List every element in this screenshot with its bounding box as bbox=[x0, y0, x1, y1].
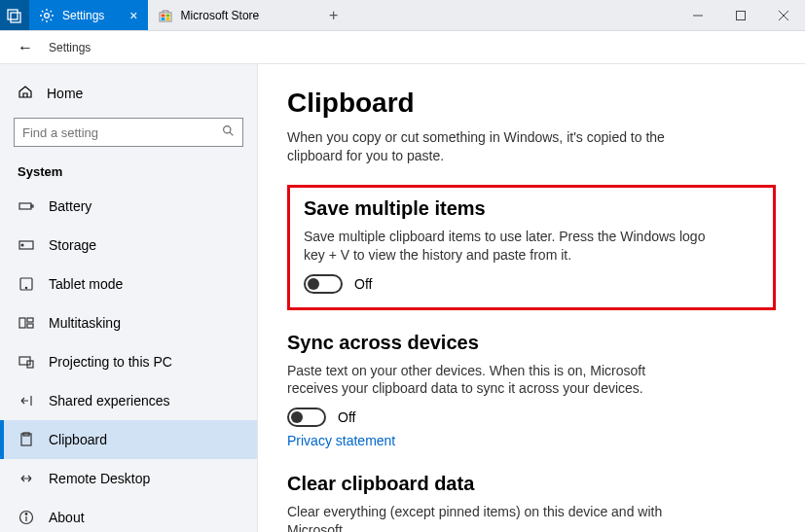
svg-rect-1 bbox=[11, 13, 20, 22]
sidebar-item-battery[interactable]: Battery bbox=[0, 187, 257, 226]
sidebar-item-label: Remote Desktop bbox=[49, 471, 150, 486]
svg-rect-9 bbox=[737, 11, 746, 19]
battery-icon bbox=[18, 197, 35, 215]
save-section-title: Save multiple items bbox=[304, 197, 713, 220]
page-intro: When you copy or cut something in Window… bbox=[287, 128, 696, 165]
sidebar-home[interactable]: Home bbox=[0, 78, 257, 108]
svg-rect-14 bbox=[19, 203, 31, 209]
search-icon bbox=[222, 124, 235, 140]
sidebar-home-label: Home bbox=[47, 86, 83, 101]
title-bar: Settings × Microsoft Store + bbox=[0, 0, 805, 31]
privacy-link[interactable]: Privacy statement bbox=[287, 433, 395, 448]
shared-icon bbox=[18, 392, 35, 409]
taskview-icon[interactable] bbox=[0, 0, 29, 30]
clipboard-icon bbox=[18, 431, 35, 448]
save-section-desc: Save multiple clipboard items to use lat… bbox=[304, 228, 713, 265]
sidebar-item-label: About bbox=[49, 510, 85, 525]
back-button[interactable]: ← bbox=[18, 39, 33, 56]
tab-microsoft-store[interactable]: Microsoft Store bbox=[148, 0, 318, 30]
about-icon bbox=[18, 509, 35, 526]
svg-rect-0 bbox=[8, 10, 18, 19]
gear-icon bbox=[39, 8, 55, 23]
search-input[interactable] bbox=[22, 125, 222, 140]
close-icon[interactable]: × bbox=[129, 9, 137, 22]
svg-rect-21 bbox=[27, 318, 33, 322]
sidebar-item-label: Clipboard bbox=[49, 432, 107, 447]
content-pane: Clipboard When you copy or cut something… bbox=[258, 64, 805, 532]
highlight-save-multiple: Save multiple items Save multiple clipbo… bbox=[287, 185, 776, 310]
svg-point-17 bbox=[21, 244, 23, 246]
sidebar-item-remote-desktop[interactable]: Remote Desktop bbox=[0, 459, 257, 498]
clear-section-desc: Clear everything (except pinned items) o… bbox=[287, 503, 696, 532]
search-box[interactable] bbox=[14, 118, 243, 147]
home-icon bbox=[18, 84, 33, 102]
sidebar-item-label: Storage bbox=[49, 237, 96, 253]
app-header: ← Settings bbox=[0, 31, 805, 64]
svg-point-19 bbox=[25, 287, 26, 288]
sidebar-item-shared-experiences[interactable]: Shared experiences bbox=[0, 381, 257, 420]
remote-desktop-icon bbox=[18, 470, 35, 487]
svg-rect-20 bbox=[19, 318, 25, 328]
tab-label: Microsoft Store bbox=[181, 9, 260, 22]
save-toggle-state: Off bbox=[354, 276, 372, 292]
svg-point-2 bbox=[45, 13, 50, 18]
sync-section-title: Sync across devices bbox=[287, 332, 696, 354]
sync-section-desc: Paste text on your other devices. When t… bbox=[287, 362, 696, 399]
svg-rect-22 bbox=[27, 324, 33, 328]
sidebar-item-clipboard[interactable]: Clipboard bbox=[0, 420, 257, 459]
svg-rect-6 bbox=[161, 18, 165, 20]
tab-label: Settings bbox=[62, 9, 104, 22]
tab-settings[interactable]: Settings × bbox=[29, 0, 148, 30]
app-title: Settings bbox=[49, 41, 91, 54]
sidebar-item-label: Projecting to this PC bbox=[49, 354, 172, 370]
tablet-icon bbox=[18, 275, 35, 293]
svg-point-29 bbox=[25, 514, 27, 515]
svg-rect-7 bbox=[165, 18, 169, 20]
close-window-button[interactable] bbox=[762, 0, 805, 30]
sync-toggle[interactable] bbox=[287, 408, 326, 427]
sidebar-item-tablet-mode[interactable]: Tablet mode bbox=[0, 265, 257, 303]
svg-line-13 bbox=[230, 132, 233, 135]
sync-toggle-state: Off bbox=[338, 409, 355, 425]
svg-rect-15 bbox=[31, 205, 33, 207]
sidebar-item-label: Shared experiences bbox=[49, 393, 170, 408]
save-toggle[interactable] bbox=[304, 274, 343, 294]
svg-point-12 bbox=[224, 126, 231, 133]
minimize-button[interactable] bbox=[677, 0, 719, 30]
maximize-button[interactable] bbox=[719, 0, 762, 30]
sidebar-item-multitasking[interactable]: Multitasking bbox=[0, 303, 257, 342]
sidebar-item-label: Multitasking bbox=[49, 315, 121, 331]
sidebar-item-label: Tablet mode bbox=[49, 276, 123, 292]
svg-rect-4 bbox=[161, 14, 165, 17]
sidebar-search bbox=[14, 118, 243, 147]
sidebar-item-label: Battery bbox=[49, 198, 91, 214]
multitasking-icon bbox=[18, 314, 35, 332]
sidebar-item-projecting[interactable]: Projecting to this PC bbox=[0, 342, 257, 381]
projecting-icon bbox=[18, 353, 35, 371]
page-title: Clipboard bbox=[287, 88, 776, 119]
clear-section-title: Clear clipboard data bbox=[287, 473, 696, 495]
sidebar-item-storage[interactable]: Storage bbox=[0, 226, 257, 265]
svg-rect-5 bbox=[165, 14, 169, 17]
new-tab-button[interactable]: + bbox=[318, 0, 349, 30]
sidebar: Home System Battery Storage Tablet mode … bbox=[0, 64, 258, 532]
sidebar-item-about[interactable]: About bbox=[0, 498, 257, 532]
store-icon bbox=[158, 8, 173, 23]
storage-icon bbox=[18, 236, 35, 254]
sidebar-group-header: System bbox=[0, 160, 257, 187]
